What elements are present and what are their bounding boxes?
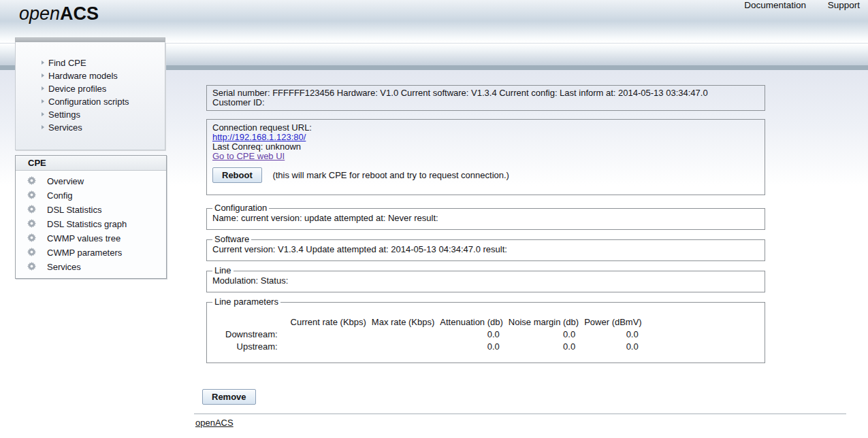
row-label-downstream: Downstream: [223, 329, 287, 340]
sidebar-item-find-cpe[interactable]: Find CPE [16, 56, 165, 69]
cpe-item-label: CWMP parameters [47, 248, 122, 258]
configuration-content: Name: current version: update attempted … [212, 214, 759, 223]
arrow-right-icon [42, 125, 44, 129]
software-fieldset: Software Current version: V1.3.4 Update … [206, 235, 765, 261]
cpe-item-label: Services [47, 262, 81, 272]
logo-acs-text: ACS [60, 3, 99, 24]
sidebar-item-label: Configuration scripts [48, 97, 129, 107]
cpe-item-dsl-statistics-graph[interactable]: DSL Statistics graph [16, 217, 166, 231]
main-menu-body: Find CPE Hardware models Device profiles… [15, 42, 165, 150]
downstream-noise-margin: 0.0 [507, 329, 581, 340]
table-row-upstream: Upstream: 0.0 0.0 0.0 [223, 341, 644, 352]
top-nav: Documentation Support [725, 0, 860, 10]
cpe-item-cwmp-parameters[interactable]: CWMP parameters [16, 246, 166, 260]
cpe-summary-box: Serial number: FFFFFF123456 Hardware: V1… [206, 85, 765, 111]
cpe-item-label: CWMP values tree [47, 233, 120, 243]
line-parameters-fieldset: Line parameters Current rate (Kbps) Max … [206, 297, 765, 363]
col-header-attenuation: Attenuation (db) [438, 317, 505, 328]
main-content: Serial number: FFFFFF123456 Hardware: V1… [206, 85, 765, 368]
connection-request-box: Connection request URL: http://192.168.1… [206, 119, 765, 195]
footer-divider [194, 414, 846, 414]
sidebar-item-device-profiles[interactable]: Device profiles [16, 82, 165, 95]
reboot-note: (this will mark CPE for reboot and try t… [272, 170, 509, 180]
col-header-power: Power (dBmV) [582, 317, 644, 328]
reboot-row: Reboot (this will mark CPE for reboot an… [212, 167, 759, 183]
col-header-max-rate: Max rate (Kbps) [370, 317, 436, 328]
upstream-power: 0.0 [582, 341, 644, 352]
last-conreq-text: Last Conreq: unknown [212, 142, 759, 152]
downstream-current-rate [289, 329, 368, 340]
sidebar-item-label: Settings [48, 110, 80, 120]
configuration-fieldset: Configuration Name: current version: upd… [206, 203, 765, 230]
gear-icon [27, 248, 36, 256]
cpe-item-label: DSL Statistics [47, 205, 101, 215]
sidebar-item-services[interactable]: Services [16, 121, 165, 134]
cpe-item-label: DSL Statistics graph [47, 219, 127, 229]
cpe-menu: CPE Overview Config DSL Statistics DSL S… [15, 155, 167, 279]
line-legend: Line [212, 266, 234, 275]
cpe-item-services[interactable]: Services [16, 260, 166, 274]
cpe-web-ui-link[interactable]: Go to CPE web UI [212, 151, 285, 161]
cpe-item-config[interactable]: Config [16, 188, 166, 203]
main-menu: Find CPE Hardware models Device profiles… [15, 37, 165, 150]
cpe-item-label: Config [47, 190, 73, 201]
cpe-item-cwmp-values-tree[interactable]: CWMP values tree [16, 231, 166, 246]
col-header-empty [223, 317, 287, 328]
software-content: Current version: V1.3.4 Update attempted… [212, 245, 759, 254]
sidebar-item-hardware-models[interactable]: Hardware models [16, 69, 165, 82]
sidebar-item-settings[interactable]: Settings [16, 108, 165, 121]
cpe-item-dsl-statistics[interactable]: DSL Statistics [16, 203, 166, 217]
cpe-item-label: Overview [47, 176, 84, 186]
table-header-row: Current rate (Kbps) Max rate (Kbps) Atte… [223, 317, 644, 328]
gear-icon [27, 233, 36, 242]
line-content: Modulation: Status: [212, 276, 759, 286]
sidebar-item-label: Find CPE [48, 58, 86, 68]
gear-icon [27, 176, 36, 185]
gear-icon [27, 219, 36, 228]
upstream-attenuation: 0.0 [438, 341, 505, 352]
arrow-right-icon [42, 73, 44, 78]
software-legend: Software [212, 235, 251, 244]
cpe-summary-line1: Serial number: FFFFFF123456 Hardware: V1… [212, 88, 759, 98]
logo-open-text: open [19, 3, 60, 24]
downstream-attenuation: 0.0 [438, 329, 505, 340]
col-header-current-rate: Current rate (Kbps) [289, 317, 368, 328]
arrow-right-icon [42, 86, 44, 90]
line-parameters-legend: Line parameters [212, 297, 280, 307]
line-parameters-table: Current rate (Kbps) Max rate (Kbps) Atte… [222, 316, 645, 354]
configuration-legend: Configuration [212, 203, 269, 213]
arrow-right-icon [42, 112, 44, 116]
row-label-upstream: Upstream: [223, 341, 287, 352]
arrow-right-icon [42, 99, 44, 103]
main-menu-top-bar [15, 37, 165, 42]
cpe-menu-body: Overview Config DSL Statistics DSL Stati… [16, 171, 166, 278]
connection-request-url-link[interactable]: http://192.168.1.123:80/ [212, 132, 306, 142]
footer-openacs-link[interactable]: openACS [195, 418, 234, 428]
col-header-noise-margin: Noise margin (db) [507, 317, 581, 328]
cpe-summary-line2: Customer ID: [212, 98, 759, 107]
nav-support-link[interactable]: Support [828, 0, 860, 10]
upstream-noise-margin: 0.0 [507, 341, 581, 352]
reboot-button[interactable]: Reboot [212, 167, 262, 183]
sidebar-item-label: Device profiles [48, 84, 106, 94]
app-logo: openACS [19, 3, 99, 24]
line-fieldset: Line Modulation: Status: [206, 266, 765, 292]
cpe-item-overview[interactable]: Overview [16, 174, 166, 188]
downstream-power: 0.0 [582, 329, 644, 340]
upstream-max-rate [370, 341, 436, 352]
cpe-menu-title: CPE [16, 156, 166, 171]
upstream-current-rate [289, 341, 368, 352]
sidebar-item-configuration-scripts[interactable]: Configuration scripts [16, 95, 165, 108]
gear-icon [27, 190, 36, 199]
remove-button[interactable]: Remove [202, 389, 256, 405]
sidebar-item-label: Hardware models [48, 71, 118, 81]
downstream-max-rate [370, 329, 436, 340]
table-row-downstream: Downstream: 0.0 0.0 0.0 [223, 329, 644, 340]
gear-icon [27, 205, 36, 214]
nav-documentation-link[interactable]: Documentation [744, 0, 806, 10]
sidebar-item-label: Services [48, 122, 82, 133]
gear-icon [27, 262, 36, 271]
connection-request-label: Connection request URL: [212, 123, 759, 133]
arrow-right-icon [42, 61, 44, 65]
